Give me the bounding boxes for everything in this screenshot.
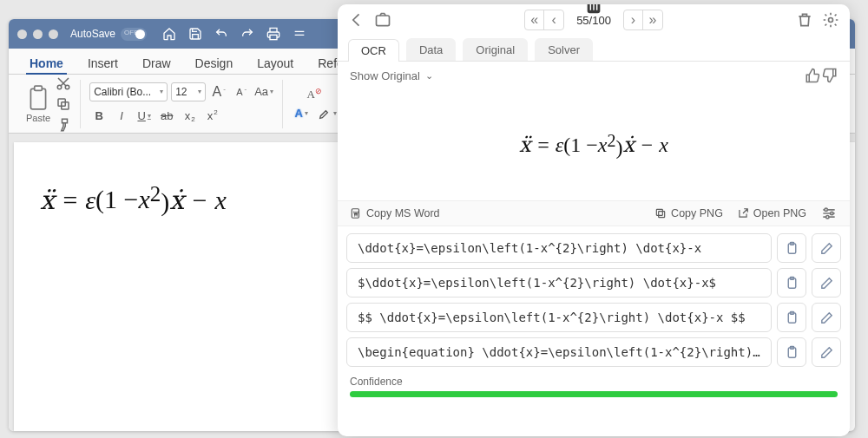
gear-icon[interactable]	[822, 11, 839, 29]
latex-text[interactable]: $\ddot{x}=\epsilon\left(1-x^{2}\right) \…	[346, 268, 772, 297]
edit-icon[interactable]	[812, 233, 841, 263]
open-png-button[interactable]: Open PNG	[737, 207, 806, 219]
latex-row: \ddot{x}=\epsilon\left(1-x^{2}\right) \d…	[346, 233, 841, 263]
svg-rect-3	[30, 88, 45, 109]
tab-design[interactable]: Design	[183, 51, 246, 74]
latex-row: \begin{equation} \ddot{x}=\epsilon\left(…	[346, 337, 841, 367]
latex-row: $$ \ddot{x}=\epsilon\left(1-x^{2}\right)…	[346, 303, 841, 332]
minimize-dot[interactable]	[33, 29, 43, 39]
next-icon[interactable]: ›	[624, 10, 643, 29]
thumbs-up-icon[interactable]	[805, 67, 820, 84]
font-name-value: Calibri (Bo...	[94, 86, 151, 98]
more-icon[interactable]	[293, 27, 306, 41]
clipboard-group: Paste	[17, 80, 81, 128]
svg-rect-0	[270, 35, 277, 39]
chevron-down-icon: ⌄	[425, 70, 433, 82]
home-icon[interactable]	[162, 27, 176, 41]
font-name-combo[interactable]: Calibri (Bo... ▾	[89, 82, 168, 101]
edit-icon[interactable]	[812, 337, 841, 367]
print-icon[interactable]	[266, 27, 280, 41]
copy-png-button[interactable]: Copy PNG	[654, 207, 723, 219]
copy-icon[interactable]	[56, 96, 71, 112]
latex-text[interactable]: \ddot{x}=\epsilon\left(1-x^{2}\right) \d…	[346, 233, 772, 263]
autosave-state: OFF	[124, 29, 138, 36]
bold-button[interactable]: B	[89, 107, 108, 126]
copy-clipboard-icon[interactable]	[777, 337, 806, 367]
equation-preview: ẍ = ε(1 − x2)ẋ − x	[338, 89, 850, 200]
tab-insert[interactable]: Insert	[76, 51, 130, 74]
tab-data[interactable]: Data	[406, 38, 456, 61]
copy-png-label: Copy PNG	[671, 207, 723, 219]
tab-home[interactable]: Home	[17, 51, 76, 74]
latex-output-list: \ddot{x}=\epsilon\left(1-x^{2}\right) \d…	[338, 226, 850, 370]
first-icon[interactable]: «	[525, 10, 544, 29]
thumbs-down-icon[interactable]	[822, 67, 838, 84]
panel-subheader: Show Original ⌄	[338, 62, 850, 89]
app-logo-icon	[584, 4, 603, 16]
latex-text[interactable]: \begin{equation} \ddot{x}=\epsilon\left(…	[346, 337, 772, 367]
close-dot[interactable]	[17, 29, 27, 39]
copy-bar: Copy MS Word Copy PNG Open PNG	[338, 200, 850, 226]
last-icon[interactable]: »	[643, 10, 662, 29]
undo-icon[interactable]	[214, 27, 228, 41]
autosave-toggle[interactable]: OFF	[121, 28, 147, 41]
copy-ms-word-button[interactable]: Copy MS Word	[350, 207, 440, 219]
panel-tabs: OCR Data Original Solver	[338, 36, 850, 62]
superscript-button[interactable]: x2	[202, 107, 221, 126]
latex-row: $\ddot{x}=\epsilon\left(1-x^{2}\right) \…	[346, 268, 841, 297]
text-effects-group: A⊘ A▾ ▾	[283, 80, 345, 128]
tab-solver[interactable]: Solver	[535, 38, 593, 61]
titlebar-quick-actions	[162, 27, 306, 41]
font-size-combo[interactable]: 12 ▾	[171, 82, 206, 101]
window-controls[interactable]	[17, 29, 58, 39]
show-original-label: Show Original	[350, 69, 420, 82]
mathpix-panel: « ‹ 55/100 › » OCR Data Original Solver …	[338, 4, 850, 436]
italic-button[interactable]: I	[112, 107, 131, 126]
format-painter-icon[interactable]	[56, 117, 71, 133]
settings-lines-icon[interactable]	[820, 205, 838, 222]
svg-point-11	[829, 18, 833, 23]
redo-icon[interactable]	[240, 27, 254, 41]
font-size-value: 12	[175, 86, 187, 98]
svg-rect-13	[659, 212, 665, 218]
paste-label: Paste	[26, 113, 50, 123]
zoom-dot[interactable]	[49, 29, 58, 39]
subscript-button[interactable]: x2	[180, 107, 199, 126]
show-original-toggle[interactable]: Show Original ⌄	[350, 69, 433, 82]
edit-icon[interactable]	[812, 303, 841, 332]
svg-rect-10	[377, 16, 390, 26]
copy-clipboard-icon[interactable]	[777, 268, 806, 297]
tab-ocr[interactable]: OCR	[348, 39, 399, 62]
confidence-label: Confidence	[350, 376, 838, 388]
strike-button[interactable]: ab	[157, 107, 176, 126]
confidence-bar	[350, 391, 838, 397]
tab-draw[interactable]: Draw	[130, 51, 183, 74]
change-case-button[interactable]: Aa▾	[254, 82, 273, 101]
save-icon[interactable]	[188, 27, 202, 41]
copy-clipboard-icon[interactable]	[777, 233, 806, 263]
svg-rect-14	[656, 209, 662, 215]
underline-button[interactable]: U▾	[135, 107, 154, 126]
svg-point-20	[826, 216, 829, 219]
tab-layout[interactable]: Layout	[245, 51, 306, 74]
tab-original[interactable]: Original	[463, 38, 528, 61]
trash-icon[interactable]	[796, 11, 813, 29]
svg-point-19	[831, 212, 833, 214]
shrink-font-button[interactable]: Aˇ	[232, 82, 251, 101]
cut-icon[interactable]	[56, 75, 71, 91]
capture-icon[interactable]	[374, 11, 391, 29]
chevron-down-icon: ▾	[160, 88, 163, 95]
text-effects-button[interactable]: A▾	[292, 104, 311, 123]
prev-icon[interactable]: ‹	[544, 10, 563, 29]
feedback-buttons	[805, 67, 838, 84]
clear-formatting-button[interactable]: A⊘	[305, 85, 324, 104]
paste-button[interactable]: Paste	[26, 85, 50, 123]
font-group: Calibri (Bo... ▾ 12 ▾ Aˆ Aˇ Aa▾ B I U▾ a…	[81, 80, 283, 128]
svg-rect-4	[35, 86, 43, 90]
edit-icon[interactable]	[812, 268, 841, 297]
copy-clipboard-icon[interactable]	[777, 303, 806, 332]
highlight-button[interactable]: ▾	[318, 104, 337, 123]
grow-font-button[interactable]: Aˆ	[209, 82, 228, 101]
latex-text[interactable]: $$ \ddot{x}=\epsilon\left(1-x^{2}\right)…	[346, 303, 772, 332]
back-icon[interactable]	[348, 11, 365, 29]
